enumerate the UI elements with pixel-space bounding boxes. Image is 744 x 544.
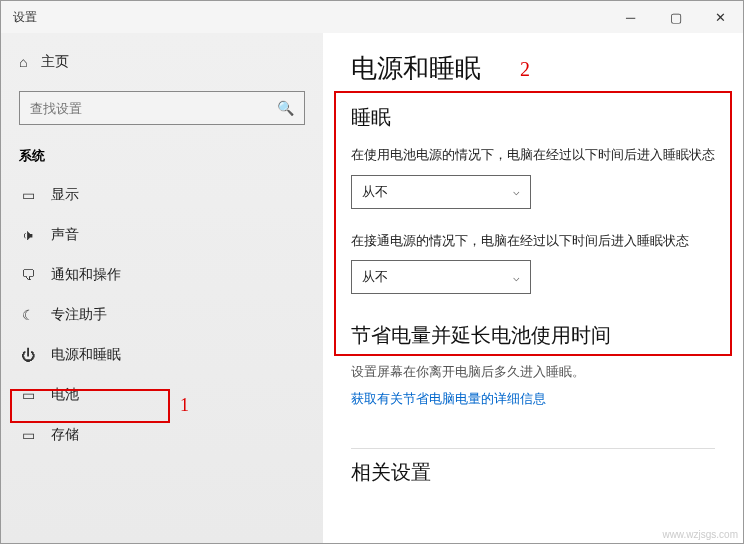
save-power-heading: 节省电量并延长电池使用时间 bbox=[351, 322, 715, 349]
body: ⌂ 主页 🔍 系统 ▭显示 🕩声音 🗨通知和操作 ☾专注助手 ⏻电源和睡眠 ▭电… bbox=[1, 33, 743, 543]
storage-icon: ▭ bbox=[19, 427, 37, 443]
battery-sleep-desc: 在使用电池电源的情况下，电脑在经过以下时间后进入睡眠状态 bbox=[351, 145, 715, 165]
plugged-sleep-select[interactable]: 从不 ⌵ bbox=[351, 260, 531, 294]
search-input[interactable] bbox=[30, 101, 277, 116]
content: 电源和睡眠 睡眠 在使用电池电源的情况下，电脑在经过以下时间后进入睡眠状态 从不… bbox=[323, 33, 743, 543]
save-power-link[interactable]: 获取有关节省电脑电量的详细信息 bbox=[351, 390, 546, 408]
nav-label: 通知和操作 bbox=[51, 266, 121, 284]
window-title: 设置 bbox=[1, 9, 608, 26]
home-label: 主页 bbox=[41, 53, 69, 71]
maximize-button[interactable]: ▢ bbox=[653, 1, 698, 33]
home-icon: ⌂ bbox=[19, 54, 27, 70]
sidebar-item-battery[interactable]: ▭电池 bbox=[1, 375, 323, 415]
sleep-heading: 睡眠 bbox=[351, 104, 715, 131]
save-power-sub: 设置屏幕在你离开电脑后多久进入睡眠。 bbox=[351, 363, 715, 381]
search-icon: 🔍 bbox=[277, 100, 294, 116]
moon-icon: ☾ bbox=[19, 307, 37, 323]
nav-label: 显示 bbox=[51, 186, 79, 204]
annotation-label-1: 1 bbox=[180, 395, 189, 416]
select-value: 从不 bbox=[362, 268, 388, 286]
power-icon: ⏻ bbox=[19, 347, 37, 363]
sound-icon: 🕩 bbox=[19, 227, 37, 243]
sidebar-item-display[interactable]: ▭显示 bbox=[1, 175, 323, 215]
titlebar: 设置 ─ ▢ ✕ bbox=[1, 1, 743, 33]
sidebar-item-focus[interactable]: ☾专注助手 bbox=[1, 295, 323, 335]
sidebar-item-notifications[interactable]: 🗨通知和操作 bbox=[1, 255, 323, 295]
sidebar-item-storage[interactable]: ▭存储 bbox=[1, 415, 323, 455]
sidebar: ⌂ 主页 🔍 系统 ▭显示 🕩声音 🗨通知和操作 ☾专注助手 ⏻电源和睡眠 ▭电… bbox=[1, 33, 323, 543]
display-icon: ▭ bbox=[19, 187, 37, 203]
settings-window: 设置 ─ ▢ ✕ ⌂ 主页 🔍 系统 ▭显示 🕩声音 🗨通知和操作 ☾专注助手 … bbox=[0, 0, 744, 544]
nav-label: 存储 bbox=[51, 426, 79, 444]
close-button[interactable]: ✕ bbox=[698, 1, 743, 33]
chevron-down-icon: ⌵ bbox=[513, 185, 520, 198]
battery-icon: ▭ bbox=[19, 387, 37, 403]
sidebar-item-sound[interactable]: 🕩声音 bbox=[1, 215, 323, 255]
nav-label: 声音 bbox=[51, 226, 79, 244]
battery-sleep-select[interactable]: 从不 ⌵ bbox=[351, 175, 531, 209]
nav-label: 专注助手 bbox=[51, 306, 107, 324]
notification-icon: 🗨 bbox=[19, 267, 37, 283]
sidebar-item-power[interactable]: ⏻电源和睡眠 bbox=[1, 335, 323, 375]
select-value: 从不 bbox=[362, 183, 388, 201]
nav-label: 电源和睡眠 bbox=[51, 346, 121, 364]
divider bbox=[351, 448, 715, 449]
related-heading: 相关设置 bbox=[351, 459, 715, 486]
nav-label: 电池 bbox=[51, 386, 79, 404]
minimize-button[interactable]: ─ bbox=[608, 1, 653, 33]
window-controls: ─ ▢ ✕ bbox=[608, 1, 743, 33]
watermark: www.wzjsgs.com bbox=[662, 529, 738, 540]
section-label: 系统 bbox=[1, 141, 323, 175]
chevron-down-icon: ⌵ bbox=[513, 271, 520, 284]
plugged-sleep-desc: 在接通电源的情况下，电脑在经过以下时间后进入睡眠状态 bbox=[351, 231, 715, 251]
nav-list: ▭显示 🕩声音 🗨通知和操作 ☾专注助手 ⏻电源和睡眠 ▭电池 ▭存储 bbox=[1, 175, 323, 455]
search-box[interactable]: 🔍 bbox=[19, 91, 305, 125]
home-link[interactable]: ⌂ 主页 bbox=[1, 45, 323, 79]
page-title: 电源和睡眠 bbox=[351, 51, 715, 86]
annotation-label-2: 2 bbox=[520, 58, 530, 81]
